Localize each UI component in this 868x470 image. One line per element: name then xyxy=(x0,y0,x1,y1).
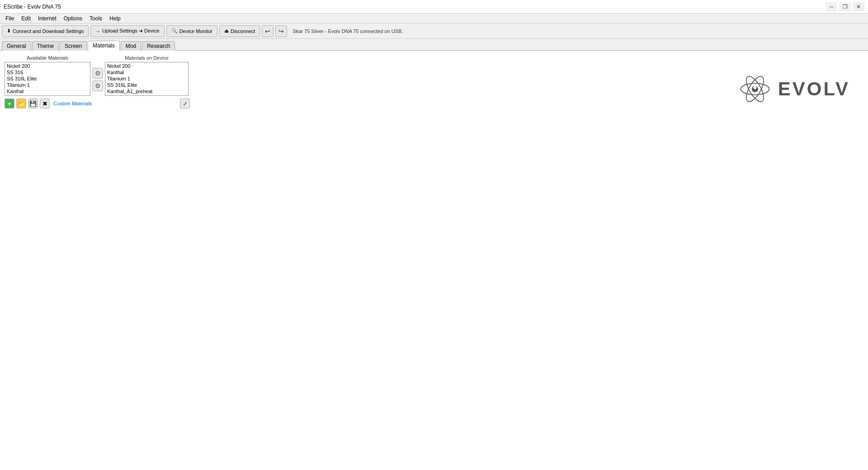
menu-options[interactable]: Options xyxy=(60,14,86,23)
evolv-brand-text: EVOLV xyxy=(778,78,850,100)
connect-download-button[interactable]: ⬇ Connect and Download Settings xyxy=(2,25,89,37)
list-item[interactable]: Titanium 1 xyxy=(106,75,188,82)
delete-button[interactable]: ✖ xyxy=(40,99,50,108)
list-item[interactable]: Kanthal_A1_preheat xyxy=(106,88,188,94)
list-item[interactable]: Kanthal xyxy=(106,69,188,75)
monitor-icon: 🔍 xyxy=(171,28,178,34)
tab-screen[interactable]: Screen xyxy=(60,41,87,51)
add-button[interactable]: + xyxy=(5,99,14,108)
restore-button[interactable]: ❐ xyxy=(839,2,851,11)
list-item[interactable]: SS 316L Elite xyxy=(106,82,188,88)
connect-icon: ⬇ xyxy=(7,28,11,34)
title-bar: EScribe - Evolv DNA 75 ─ ❐ ✕ xyxy=(0,0,868,14)
transfer-buttons: ⚙ ⚙ xyxy=(90,63,105,96)
custom-materials-link[interactable]: Custom Materials xyxy=(53,101,92,106)
status-text: Skar 75 Silver - Evolv DNA 75 connected … xyxy=(292,28,403,34)
minimize-button[interactable]: ─ xyxy=(826,2,837,11)
bottom-toolbar: + 📂 💾 ✖ Custom Materials ⤢ xyxy=(5,99,190,108)
menu-internet[interactable]: Internet xyxy=(34,14,60,23)
available-materials-header: Available Materials xyxy=(5,55,90,61)
undo-button[interactable]: ↩ xyxy=(262,25,274,37)
upload-icon: → xyxy=(95,28,100,34)
open-button[interactable]: 📂 xyxy=(16,99,26,108)
tab-theme[interactable]: Theme xyxy=(32,41,59,51)
transfer-right-button[interactable]: ⚙ xyxy=(92,68,103,79)
materials-panel: Available Materials Nickel 200 SS 316 SS… xyxy=(5,55,190,96)
save-button[interactable]: 💾 xyxy=(28,99,38,108)
tab-mod[interactable]: Mod xyxy=(121,41,141,51)
disconnect-icon: ⏏ xyxy=(224,28,229,34)
transfer-remove-button[interactable]: ⚙ xyxy=(92,80,103,91)
list-item[interactable]: SS 316 xyxy=(5,69,90,75)
close-button[interactable]: ✕ xyxy=(853,2,864,11)
title-bar-title: EScribe - Evolv DNA 75 xyxy=(4,4,61,10)
available-materials-column: Available Materials Nickel 200 SS 316 SS… xyxy=(5,55,90,96)
menu-tools[interactable]: Tools xyxy=(86,14,106,23)
tab-bar: General Theme Screen Materials Mod Resea… xyxy=(0,39,868,51)
expand-button[interactable]: ⤢ xyxy=(180,99,190,108)
device-materials-header: Materials on Device xyxy=(105,55,189,61)
content-area: Available Materials Nickel 200 SS 316 SS… xyxy=(0,51,868,470)
svg-point-4 xyxy=(753,85,756,89)
available-materials-list[interactable]: Nickel 200 SS 316 SS 316L Elite Titanium… xyxy=(5,62,90,96)
tab-general[interactable]: General xyxy=(2,41,31,51)
title-bar-controls: ─ ❐ ✕ xyxy=(826,2,864,11)
list-item[interactable]: None xyxy=(5,94,90,96)
list-item[interactable]: Titanium 1 xyxy=(5,82,90,88)
list-item[interactable]: Kanthal xyxy=(5,88,90,94)
menu-file[interactable]: File xyxy=(2,14,18,23)
tab-research[interactable]: Research xyxy=(142,41,175,51)
toolbar: ⬇ Connect and Download Settings → Upload… xyxy=(0,24,868,39)
disconnect-button[interactable]: ⏏ Disconnect xyxy=(219,25,260,37)
list-item[interactable]: Nickel 200 xyxy=(106,63,188,69)
upload-settings-button[interactable]: → Upload Settings ➜ Device xyxy=(90,25,164,37)
device-monitor-button[interactable]: 🔍 Device Monitor xyxy=(166,25,217,37)
menu-edit[interactable]: Edit xyxy=(18,14,34,23)
evolv-logo: EVOLV xyxy=(739,73,850,105)
menu-bar: File Edit Internet Options Tools Help xyxy=(0,14,868,24)
list-item[interactable]: Nickel 200 xyxy=(5,63,90,69)
menu-help[interactable]: Help xyxy=(106,14,124,23)
tab-materials[interactable]: Materials xyxy=(88,41,120,51)
list-item[interactable]: SS 316L Elite xyxy=(5,75,90,82)
list-item[interactable]: None xyxy=(106,94,188,96)
redo-button[interactable]: ↪ xyxy=(275,25,287,37)
evolv-atom-icon xyxy=(739,73,771,105)
device-materials-column: Materials on Device Nickel 200 Kanthal T… xyxy=(105,55,189,96)
device-materials-list[interactable]: Nickel 200 Kanthal Titanium 1 SS 316L El… xyxy=(105,62,189,96)
